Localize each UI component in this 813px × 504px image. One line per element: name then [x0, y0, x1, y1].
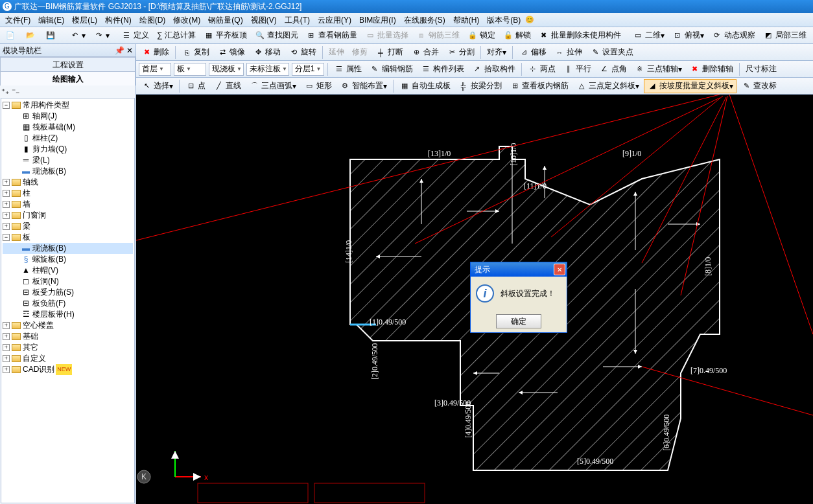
- line-button[interactable]: ╱直线: [210, 79, 244, 93]
- tree-item-slab[interactable]: 现浇板(B): [32, 243, 66, 254]
- tree-toggle[interactable]: −: [3, 234, 10, 241]
- unlock-button[interactable]: 🔓解锁: [500, 29, 534, 43]
- batch-slope-slab-button[interactable]: ◢按坡度批量定义斜板▾: [644, 79, 736, 93]
- batch-del-button[interactable]: ✖批量删除未使用构件: [536, 29, 624, 43]
- partial-3d-button[interactable]: ◩局部三维: [760, 29, 810, 43]
- move-button[interactable]: ✥移动: [250, 45, 284, 60]
- comp-list-button[interactable]: ☰构件列表: [418, 62, 467, 76]
- undo-button[interactable]: ↶▾: [66, 29, 89, 43]
- trim-button[interactable]: 修剪: [349, 45, 371, 60]
- tree-item[interactable]: 梁: [23, 221, 30, 232]
- tree-item[interactable]: 轴网(J): [32, 111, 57, 122]
- grip-button[interactable]: ✎设置夹点: [587, 45, 637, 60]
- tree-toggle[interactable]: −: [3, 102, 10, 109]
- view-rebar-button[interactable]: ⊞查看钢筋量: [303, 29, 360, 43]
- component-tree[interactable]: −常用构件类型 ⊞轴网(J) ▦筏板基础(M) ▯框柱(Z) ▮剪力墙(Q) ═…: [1, 98, 135, 503]
- menu-file[interactable]: 文件(F): [1, 14, 34, 27]
- select-button[interactable]: ↖选择▾: [138, 79, 176, 93]
- parallel-button[interactable]: ∥平行: [560, 62, 595, 76]
- tree-toggle[interactable]: +: [3, 223, 10, 230]
- pin-icon[interactable]: 📌 ✕: [115, 44, 133, 57]
- tree-item[interactable]: 柱帽(V): [32, 265, 58, 276]
- tree-item[interactable]: 基础: [23, 331, 38, 342]
- menu-online[interactable]: 在线服务(S): [400, 14, 449, 27]
- tree-root[interactable]: 常用构件类型: [23, 100, 69, 111]
- flatten-top-button[interactable]: ▦平齐板顶: [200, 29, 250, 43]
- tree-item[interactable]: 筏板基础(M): [32, 122, 75, 133]
- subcategory-select[interactable]: 现浇板▼: [209, 63, 244, 76]
- tree-toggle[interactable]: +: [3, 366, 10, 373]
- expand-icon[interactable]: ⁺₊: [1, 87, 9, 96]
- three-point-aux-button[interactable]: ※三点辅轴▾: [631, 62, 685, 76]
- merge-button[interactable]: ⊕合并: [408, 45, 442, 60]
- tree-item[interactable]: 梁(L): [32, 155, 50, 166]
- 2d-button[interactable]: ▭二维▾: [630, 29, 668, 43]
- tree-toggle[interactable]: +: [3, 212, 10, 219]
- copy-button[interactable]: ⎘复制: [178, 45, 213, 60]
- offset-button[interactable]: ⊿偏移: [515, 45, 550, 60]
- del-aux-button[interactable]: ✖删除辅轴: [687, 62, 736, 76]
- dim-label-button[interactable]: 尺寸标注: [742, 62, 780, 76]
- smart-layout-button[interactable]: ⚙智能布置▾: [336, 79, 390, 93]
- collapse-icon[interactable]: ⁻₋: [12, 87, 19, 96]
- overlook-button[interactable]: ⊡俯视▾: [669, 29, 707, 43]
- menu-floor[interactable]: 楼层(L): [68, 14, 101, 27]
- tree-item[interactable]: 柱: [23, 188, 30, 199]
- tree-item[interactable]: 自定义: [23, 353, 46, 364]
- floor-select[interactable]: 首层▼: [139, 63, 171, 76]
- edit-rebar-button[interactable]: ✎编辑钢筋: [366, 62, 416, 76]
- rect-button[interactable]: ▭矩形: [301, 79, 335, 93]
- break-button[interactable]: ╪打断: [372, 45, 406, 60]
- menu-cloud[interactable]: 云应用(Y): [314, 14, 355, 27]
- rotate-button[interactable]: ⟲旋转: [285, 45, 320, 60]
- menu-component[interactable]: 构件(N): [101, 14, 136, 27]
- tree-item[interactable]: 板受力筋(S): [32, 287, 74, 298]
- tab-draw-input[interactable]: 绘图输入: [0, 71, 136, 86]
- sum-calc-button[interactable]: ∑ 汇总计算: [154, 29, 199, 43]
- tree-item[interactable]: 空心楼盖: [23, 320, 54, 331]
- menu-version[interactable]: 版本号(B): [483, 14, 524, 27]
- tree-item[interactable]: 门窗洞: [23, 210, 46, 221]
- batch-select-button[interactable]: ▭批量选择: [362, 29, 412, 43]
- tree-item[interactable]: 轴线: [23, 177, 38, 188]
- menu-edit[interactable]: 编辑(E): [34, 14, 68, 27]
- menu-tools[interactable]: 工具(T): [281, 14, 314, 27]
- define-button[interactable]: ☰定义: [118, 29, 152, 43]
- delete-button[interactable]: ✖删除: [138, 45, 172, 60]
- open-button[interactable]: 📂: [22, 29, 41, 43]
- dialog-ok-button[interactable]: 确定: [496, 314, 541, 328]
- menu-bim[interactable]: BIM应用(I): [355, 14, 400, 27]
- category-select[interactable]: 板▼: [174, 63, 206, 76]
- annot-select[interactable]: 未标注板▼: [246, 63, 289, 76]
- menu-draw[interactable]: 绘图(D): [136, 14, 170, 27]
- tree-toggle[interactable]: +: [3, 201, 10, 208]
- attr-button[interactable]: ☰属性: [331, 62, 365, 76]
- align-button[interactable]: 对齐▾: [484, 45, 510, 60]
- three-point-slab-button[interactable]: △三点定义斜板▾: [573, 79, 642, 93]
- tree-item[interactable]: 螺旋板(B): [32, 254, 66, 265]
- tree-item[interactable]: 其它: [23, 342, 38, 353]
- two-point-button[interactable]: ⊹两点: [524, 62, 559, 76]
- menu-help[interactable]: 帮助(H): [449, 14, 484, 27]
- tree-toggle[interactable]: +: [3, 355, 10, 362]
- tab-project-settings[interactable]: 工程设置: [0, 57, 136, 71]
- tree-toggle[interactable]: +: [3, 179, 10, 186]
- modify-label-button[interactable]: ✎查改标: [738, 79, 780, 93]
- find-drawing-button[interactable]: 🔍查找图元: [252, 29, 301, 43]
- tree-item[interactable]: CAD识别: [23, 364, 54, 375]
- rebar-3d-button[interactable]: ⧈钢筋三维: [413, 29, 463, 43]
- tree-toggle[interactable]: +: [3, 190, 10, 197]
- layer-select[interactable]: 分层1▼: [292, 63, 324, 76]
- tree-item[interactable]: 框柱(Z): [32, 133, 58, 144]
- dialog-titlebar[interactable]: 提示 ✕: [471, 262, 567, 277]
- lock-button[interactable]: 🔒锁定: [464, 29, 499, 43]
- tree-item[interactable]: 剪力墙(Q): [32, 144, 67, 155]
- stretch-button[interactable]: ↔拉伸: [551, 45, 585, 60]
- save-button[interactable]: 💾: [42, 29, 61, 43]
- extend-button[interactable]: 延伸: [325, 45, 348, 60]
- new-button[interactable]: 📄: [2, 29, 21, 43]
- auto-board-button[interactable]: ▦自动生成板: [396, 79, 454, 93]
- mirror-button[interactable]: ⇄镜像: [214, 45, 248, 60]
- tree-item[interactable]: 现浇板(B): [32, 166, 66, 177]
- tree-item[interactable]: 板负筋(F): [32, 298, 65, 309]
